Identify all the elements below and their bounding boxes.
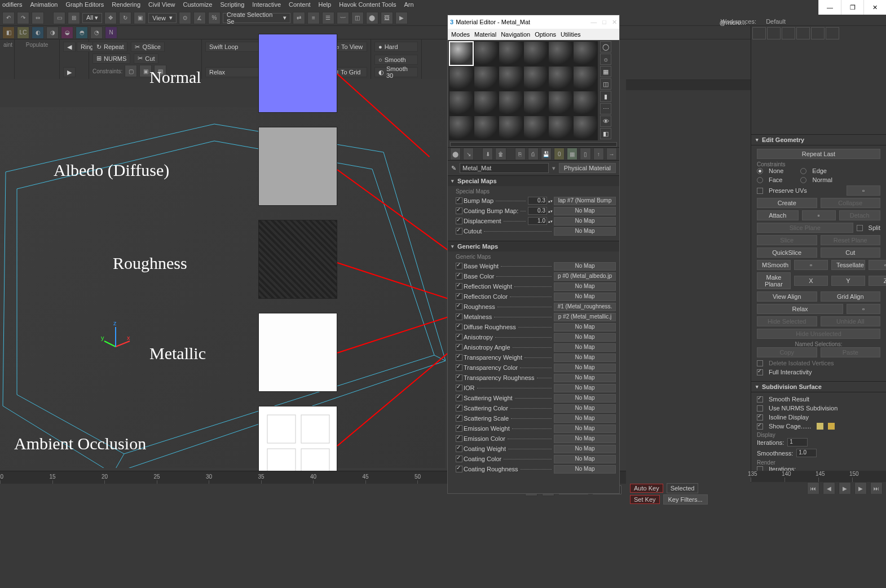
map-amount-spinner[interactable]: 1.0 bbox=[528, 217, 547, 225]
map-slot-button[interactable]: No Map bbox=[554, 262, 616, 271]
display-tab-icon[interactable] bbox=[811, 27, 825, 39]
layers-icon[interactable]: ☰ bbox=[322, 12, 334, 24]
key-selected-dropdown[interactable]: Selected bbox=[667, 483, 699, 493]
align-icon[interactable]: ≡ bbox=[307, 12, 320, 24]
next-frame-icon[interactable]: ▶ bbox=[854, 482, 867, 494]
material-editor-titlebar[interactable]: 3 Material Editor - Metal_Mat — □ ✕ bbox=[448, 15, 619, 29]
constraint-none-icon[interactable]: ▢ bbox=[125, 65, 137, 77]
preserve-uvs-settings[interactable]: ▫ bbox=[847, 185, 880, 196]
edit-geometry-header[interactable]: Edit Geometry bbox=[751, 134, 886, 145]
make-planar-button[interactable]: Make Planar bbox=[757, 272, 791, 289]
mirror-icon[interactable]: ⇄ bbox=[293, 12, 305, 24]
iterations-spinner[interactable]: 1 bbox=[787, 438, 808, 446]
sample-slot-6[interactable] bbox=[449, 66, 474, 91]
view-align-button[interactable]: View Align bbox=[757, 291, 817, 302]
goto-start-icon[interactable]: ⏮ bbox=[807, 482, 819, 494]
right-timeline[interactable]: 135140145150 bbox=[751, 471, 886, 482]
link-icon[interactable]: ⇔ bbox=[32, 12, 44, 24]
menu-animation[interactable]: Animation bbox=[30, 1, 58, 9]
make-unique-icon[interactable]: ⎙ bbox=[528, 148, 539, 160]
qslice-button[interactable]: ✂ QSlice bbox=[131, 42, 164, 52]
map-slot-button[interactable]: No Map bbox=[554, 394, 616, 403]
goto-end-icon[interactable]: ⏭ bbox=[870, 482, 883, 494]
constraint-normal-radio[interactable] bbox=[800, 177, 806, 183]
msmooth-button[interactable]: MSmooth bbox=[757, 260, 791, 270]
rotate-icon[interactable]: ↻ bbox=[119, 12, 131, 24]
preserve-uvs-check[interactable] bbox=[757, 188, 763, 194]
go-parent-icon[interactable]: ↑ bbox=[593, 148, 604, 160]
move-icon[interactable]: ✥ bbox=[104, 12, 117, 24]
material-type-button[interactable]: Physical Material bbox=[559, 163, 616, 173]
spinner-arrows[interactable]: ▴▾ bbox=[548, 219, 553, 223]
redo-icon[interactable]: ↷ bbox=[17, 12, 29, 24]
prev-frame-icon[interactable]: ◀ bbox=[823, 482, 835, 494]
spinner-arrows[interactable]: ▴▾ bbox=[548, 209, 553, 213]
poly-icon[interactable]: ◧ bbox=[2, 26, 15, 39]
map-slot-button[interactable]: No Map bbox=[554, 425, 616, 433]
menu-arn[interactable]: Arn bbox=[404, 1, 414, 9]
map-slot-button[interactable]: No Map bbox=[554, 207, 616, 215]
map-slot-button[interactable]: No Map bbox=[554, 414, 616, 423]
delete-isolated-check[interactable] bbox=[757, 360, 763, 366]
map-enable-check[interactable] bbox=[456, 415, 462, 422]
snap-icon[interactable]: ⊙ bbox=[179, 12, 191, 24]
play-icon[interactable]: ▶ bbox=[839, 482, 851, 494]
attach-button[interactable]: Attach bbox=[757, 210, 799, 220]
nurms-button[interactable]: ⊞ NURMS bbox=[92, 54, 130, 64]
relax-set[interactable]: ▫ bbox=[847, 304, 880, 314]
video-color-icon[interactable]: ▮ bbox=[600, 91, 611, 102]
sample-slot-10[interactable] bbox=[548, 66, 573, 91]
slice-plane-button[interactable]: Slice Plane bbox=[757, 223, 853, 233]
map-slot-button[interactable]: No Map bbox=[554, 333, 616, 342]
map-enable-check[interactable] bbox=[456, 374, 462, 381]
dropdown-icon[interactable]: ▾ bbox=[552, 165, 556, 172]
menu-help[interactable]: Help bbox=[319, 1, 332, 9]
msmooth-set[interactable]: ▫ bbox=[794, 260, 828, 270]
smooth30-button[interactable]: ◐ Smooth 30 bbox=[374, 67, 418, 77]
mat-menu-options[interactable]: Options bbox=[535, 31, 556, 38]
create-button[interactable]: Create bbox=[757, 198, 817, 208]
menu-customize[interactable]: Customize bbox=[183, 1, 213, 9]
map-slot-button[interactable]: No Map bbox=[554, 343, 616, 352]
menu-content[interactable]: Content bbox=[289, 1, 311, 9]
sample-slot-7[interactable] bbox=[474, 66, 499, 91]
tessellate-button[interactable]: Tessellate bbox=[831, 260, 865, 270]
make-copy-icon[interactable]: ⎘ bbox=[515, 148, 526, 160]
smooth-result-check[interactable] bbox=[757, 396, 763, 403]
lc-icon[interactable]: LC bbox=[17, 26, 29, 39]
axis-gizmo[interactable]: x y z bbox=[99, 319, 133, 352]
schematic-icon[interactable]: ◫ bbox=[351, 12, 364, 24]
mat-maximize-button[interactable]: □ bbox=[602, 19, 606, 26]
sample-slot-16[interactable] bbox=[548, 91, 573, 116]
sample-slot-11[interactable] bbox=[573, 66, 598, 91]
tool4-icon[interactable]: ◓ bbox=[76, 26, 88, 39]
map-enable-check[interactable] bbox=[456, 344, 462, 351]
material-map-icon[interactable]: ◧ bbox=[600, 128, 611, 139]
map-slot-button[interactable]: No Map bbox=[554, 217, 616, 226]
options-icon[interactable]: ⋯ bbox=[600, 103, 611, 114]
map-enable-check[interactable] bbox=[456, 324, 462, 330]
put-to-scene-icon[interactable]: ↘ bbox=[463, 148, 474, 160]
map-slot-button[interactable]: lap #7 (Normal Bump bbox=[554, 197, 616, 205]
menu-havok-content-tools[interactable]: Havok Content Tools bbox=[339, 1, 396, 9]
render-icon[interactable]: ▶ bbox=[395, 12, 408, 24]
material-editor-icon[interactable]: ⬤ bbox=[366, 12, 378, 24]
full-interactivity-check[interactable] bbox=[757, 369, 763, 375]
tool6-icon[interactable]: N bbox=[105, 26, 117, 39]
map-enable-check[interactable] bbox=[456, 405, 462, 412]
sample-slot-21[interactable] bbox=[523, 116, 548, 140]
grow-button[interactable]: ▶ bbox=[63, 67, 76, 77]
curve-editor-icon[interactable]: 〰 bbox=[337, 12, 349, 24]
menu-rendering[interactable]: Rendering bbox=[112, 1, 140, 9]
map-slot-button[interactable]: p #0 (Metal_albedo.jp bbox=[554, 272, 616, 281]
subdivision-header[interactable]: Subdivision Surface bbox=[751, 381, 886, 392]
map-enable-check[interactable] bbox=[456, 283, 462, 290]
spinner-arrows[interactable]: ▴▾ bbox=[548, 199, 553, 203]
show-end-icon[interactable]: ▯ bbox=[580, 148, 590, 160]
split-check[interactable] bbox=[857, 225, 863, 231]
workspaces-value[interactable]: Default bbox=[766, 18, 786, 25]
tool5-icon[interactable]: ◔ bbox=[90, 26, 103, 39]
setkey-button[interactable]: Set Key bbox=[630, 495, 660, 504]
percent-snap-icon[interactable]: % bbox=[208, 12, 221, 24]
sample-slot-18[interactable] bbox=[449, 116, 474, 140]
